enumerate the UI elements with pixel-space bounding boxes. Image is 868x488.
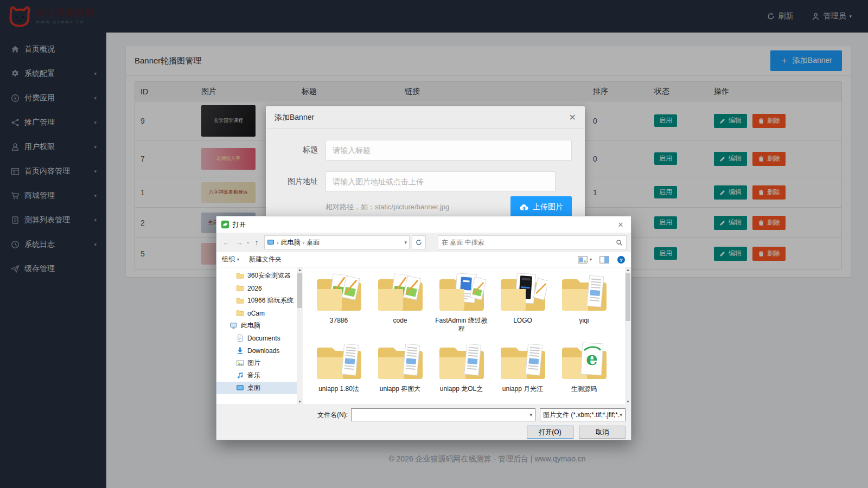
folder-item[interactable]: e生测源码 — [553, 339, 615, 404]
address-chevron-icon[interactable]: ▾ — [404, 240, 407, 245]
help-icon[interactable]: ? — [617, 255, 626, 264]
folder-icon — [236, 272, 244, 280]
folder-icon — [376, 271, 425, 316]
folder-name: 37886 — [330, 317, 348, 325]
folder-item[interactable]: uniapp 龙OL之 — [431, 339, 492, 404]
folder-item[interactable]: uniapp 界面大 — [369, 339, 431, 404]
new-folder-button[interactable]: 新建文件夹 — [249, 255, 282, 264]
tree-item-label: Documents — [247, 335, 280, 342]
dialog-bottom-bar: 文件名(N): ▾ 图片文件 (*.xbm;*.tif;*.jfif;*.pjp… — [216, 404, 631, 441]
folder-name: code — [393, 317, 407, 325]
back-arrow-icon[interactable]: ← — [221, 238, 232, 247]
search-box[interactable] — [438, 235, 627, 249]
breadcrumb-this-pc[interactable]: 此电脑 — [281, 238, 301, 247]
tree-item-pic[interactable]: 图片 — [216, 357, 297, 369]
title-field-label: 标题 — [279, 145, 318, 155]
cancel-button[interactable]: 取消 — [579, 426, 626, 439]
desk-icon — [236, 384, 244, 392]
scroll-down-icon[interactable]: ▾ — [627, 399, 629, 404]
upload-image-button[interactable]: 上传图片 — [510, 196, 572, 218]
scroll-up-icon[interactable]: ▴ — [627, 267, 629, 272]
folder-item[interactable]: LOGO — [492, 271, 553, 339]
files-scrollbar[interactable]: ▴ ▾ — [625, 267, 631, 404]
refresh-address-button[interactable] — [412, 235, 426, 249]
tree-item-label: Downloads — [247, 347, 279, 355]
music-icon — [236, 371, 244, 380]
tree-item-label: 此电脑 — [241, 321, 260, 330]
search-input[interactable] — [442, 239, 616, 246]
tree-item-desk[interactable]: 桌面 — [216, 382, 297, 394]
tree-item-label: 图片 — [247, 358, 260, 368]
folder-item[interactable]: yiqi — [553, 271, 615, 339]
tree-item-down[interactable]: Downloads — [216, 344, 297, 357]
folder-icon — [437, 339, 486, 384]
upload-label: 上传图片 — [533, 202, 563, 212]
image-url-field-label: 图片地址 — [279, 177, 318, 187]
dialog-toolbar: 组织 ▾ 新建文件夹 ▾ ? — [216, 252, 631, 267]
tree-item-music[interactable]: 音乐 — [216, 369, 297, 382]
breadcrumb-separator: › — [303, 239, 305, 246]
folder-tree: 360安全浏览器202610966 陪玩系统oCam此电脑DocumentsDo… — [216, 267, 297, 404]
scrollbar-thumb[interactable] — [626, 273, 630, 321]
folder-name: uniapp 月光江 — [502, 385, 543, 393]
folder-icon — [376, 339, 425, 384]
filename-combo[interactable]: ▾ — [351, 408, 535, 421]
folder-icon — [315, 339, 363, 384]
tree-item-label: 桌面 — [247, 383, 260, 393]
search-icon — [616, 239, 623, 246]
new-folder-label: 新建文件夹 — [249, 255, 282, 264]
history-chevron-icon[interactable]: ▾ — [247, 240, 249, 245]
preview-pane-icon[interactable] — [599, 256, 609, 264]
folder-name: uniapp 界面大 — [380, 385, 420, 393]
tree-item-doc[interactable]: Documents — [216, 332, 297, 344]
dialog-body: 360安全浏览器202610966 陪玩系统oCam此电脑DocumentsDo… — [216, 267, 631, 404]
pic-icon — [236, 359, 244, 367]
tree-item-folder[interactable]: 2026 — [216, 282, 297, 294]
organize-menu[interactable]: 组织 ▾ — [222, 255, 239, 264]
svg-text:?: ? — [620, 256, 623, 262]
folder-item[interactable]: 37886 — [308, 271, 369, 339]
folder-icon — [236, 297, 244, 305]
address-bar[interactable]: › 此电脑 › 桌面 ▾ — [264, 235, 410, 249]
folder-name: LOGO — [513, 317, 532, 325]
up-arrow-icon[interactable]: ↑ — [251, 238, 262, 247]
down-icon — [236, 346, 244, 355]
folder-item[interactable]: code — [369, 271, 431, 339]
image-url-input[interactable] — [326, 171, 556, 192]
scroll-down-icon[interactable]: ▾ — [298, 399, 301, 404]
tree-scrollbar[interactable]: ▴ ▾ — [297, 267, 303, 404]
tree-item-folder[interactable]: oCam — [216, 307, 297, 319]
dialog-titlebar[interactable]: 打开 ✕ — [216, 216, 631, 233]
modal-close-icon[interactable]: ✕ — [569, 112, 576, 123]
filename-chevron-icon[interactable]: ▾ — [529, 412, 532, 418]
thumbnails-view-icon — [578, 256, 588, 264]
folder-item[interactable]: uniapp 月光江 — [492, 339, 553, 404]
breadcrumb-separator: › — [277, 239, 279, 246]
scrollbar-thumb[interactable] — [297, 273, 302, 308]
folder-icon — [315, 271, 363, 316]
tree-item-pc[interactable]: 此电脑 — [216, 319, 297, 332]
filetype-filter-value: 图片文件 (*.xbm;*.tif;*.jfif;*.pjp — [543, 410, 620, 420]
chevron-down-icon: ▾ — [237, 257, 239, 262]
breadcrumb-desktop[interactable]: 桌面 — [307, 238, 320, 247]
view-mode-button[interactable]: ▾ — [578, 256, 592, 264]
folder-icon — [560, 271, 609, 316]
organize-label: 组织 — [222, 255, 235, 264]
scroll-up-icon[interactable]: ▴ — [298, 267, 301, 272]
filter-chevron-icon: ▾ — [620, 412, 622, 418]
cloud-upload-icon — [519, 203, 529, 211]
chevron-down-icon: ▾ — [590, 257, 592, 262]
open-button[interactable]: 打开(O) — [527, 426, 573, 439]
folder-item[interactable]: FastAdmin 绕过教程 — [431, 271, 492, 339]
app-icon — [221, 220, 229, 229]
svg-text:e: e — [585, 347, 598, 369]
folder-item[interactable]: uniapp 1.80法 — [308, 339, 369, 404]
filename-input[interactable] — [354, 411, 529, 419]
dialog-close-icon[interactable]: ✕ — [611, 217, 630, 232]
title-input[interactable] — [326, 140, 572, 160]
tree-item-folder[interactable]: 360安全浏览器 — [216, 269, 297, 282]
forward-arrow-icon[interactable]: → — [234, 238, 245, 247]
folder-icon — [236, 309, 244, 317]
tree-item-folder[interactable]: 10966 陪玩系统 — [216, 294, 297, 307]
filetype-filter-select[interactable]: 图片文件 (*.xbm;*.tif;*.jfif;*.pjp ▾ — [540, 408, 626, 421]
